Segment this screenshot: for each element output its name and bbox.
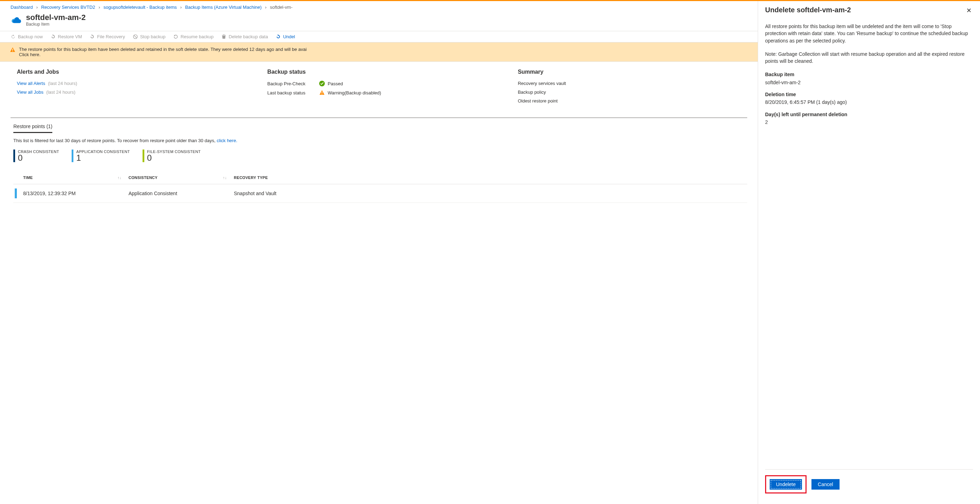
undelete-panel: Undelete softdel-vm-am-2 ✕ All restore p…: [758, 1, 980, 504]
deletion-time-label: Deletion time: [765, 91, 973, 98]
backup-status-title: Backup status: [267, 69, 496, 75]
sort-icon[interactable]: ↑↓: [117, 175, 129, 180]
column-time[interactable]: TIME: [23, 175, 33, 180]
row-consistency-indicator: [15, 188, 17, 198]
svg-rect-2: [12, 49, 13, 51]
breadcrumb-dashboard[interactable]: Dashboard: [11, 5, 33, 10]
alerts-jobs-section: Alerts and Jobs View all Alerts (last 24…: [17, 69, 246, 107]
stop-backup-button: Stop backup: [133, 34, 165, 39]
column-consistency[interactable]: CONSISTENCY: [129, 175, 158, 180]
last-backup-value: Warning(Backup disabled): [328, 90, 381, 95]
crash-consistent-counter: CRASH CONSISTENT 0: [13, 149, 59, 162]
panel-description-2: Note: Garbage Collection will start with…: [765, 51, 973, 65]
banner-link[interactable]: Click here.: [19, 52, 40, 57]
row-recovery: Snapshot and Vault: [234, 191, 745, 196]
sort-icon[interactable]: ↑↓: [223, 175, 234, 180]
alerts-jobs-title: Alerts and Jobs: [17, 69, 246, 75]
precheck-label: Backup Pre-Check: [267, 81, 317, 86]
soft-delete-warning-banner: The restore points for this backup item …: [0, 43, 758, 62]
page-subtitle: Backup Item: [26, 22, 86, 27]
resume-backup-button: Resume backup: [173, 34, 213, 39]
summary-vault-label: Recovery services vault: [518, 81, 566, 86]
toolbar: Backup now Restore VM File Recovery Stop…: [0, 31, 758, 43]
summary-title: Summary: [518, 69, 747, 75]
breadcrumb-backup-items[interactable]: Backup Items (Azure Virtual Machine): [185, 5, 262, 10]
backup-item-label: Backup item: [765, 71, 973, 78]
cancel-button[interactable]: Cancel: [811, 479, 840, 490]
row-consistency: Application Consistent: [129, 191, 234, 196]
banner-text: The restore points for this backup item …: [19, 47, 307, 52]
column-recovery[interactable]: RECOVERY TYPE: [234, 175, 268, 180]
days-left-value: 2: [765, 119, 973, 126]
warning-triangle-icon: [319, 90, 325, 95]
warning-icon: [10, 47, 16, 52]
backup-status-section: Backup status Backup Pre-Check Passed La…: [267, 69, 496, 107]
backup-now-button: Backup now: [11, 34, 43, 39]
summary-section: Summary Recovery services vault Backup p…: [518, 69, 747, 107]
breadcrumb-current: softdel-vm-: [270, 5, 293, 10]
restore-points-table: TIME↑↓ CONSISTENCY↑↓ RECOVERY TYPE 8/13/…: [13, 171, 747, 203]
view-all-jobs-link[interactable]: View all Jobs: [17, 89, 43, 95]
table-row[interactable]: 8/13/2019, 12:39:32 PM Application Consi…: [13, 184, 747, 203]
restore-vm-button: Restore VM: [51, 34, 82, 39]
jobs-timeframe: (last 24 hours): [46, 89, 75, 95]
undelete-highlight: Undelete: [765, 475, 807, 493]
undelete-button[interactable]: Undel: [276, 34, 295, 39]
page-header: softdel-vm-am-2 Backup Item: [0, 12, 758, 31]
deletion-time-value: 8/20/2019, 6:45:57 PM (1 day(s) ago): [765, 99, 973, 106]
svg-rect-3: [12, 51, 13, 52]
file-system-consistent-counter: FILE-SYSTEM CONSISTENT 0: [143, 149, 201, 162]
summary-oldest-label: Oldest restore point: [518, 98, 558, 103]
undelete-confirm-button[interactable]: Undelete: [770, 479, 802, 490]
breadcrumb: Dashboard › Recovery Services BVTD2 › so…: [0, 1, 758, 12]
svg-rect-4: [322, 92, 323, 93]
svg-line-1: [134, 35, 137, 38]
view-all-alerts-link[interactable]: View all Alerts: [17, 81, 45, 86]
filter-click-here-link[interactable]: click here.: [216, 138, 237, 143]
filter-description: This list is filtered for last 30 days o…: [0, 133, 758, 149]
row-time: 8/13/2019, 12:39:32 PM: [23, 191, 129, 196]
svg-rect-5: [322, 94, 323, 94]
application-consistent-counter: APPLICATION CONSISTENT 1: [72, 149, 130, 162]
file-recovery-button: File Recovery: [89, 34, 125, 39]
tab-restore-points[interactable]: Restore points (1): [13, 124, 52, 133]
backup-item-icon: [10, 14, 22, 26]
panel-description-1: All restore points for this backup item …: [765, 23, 973, 44]
page-title: softdel-vm-am-2: [26, 13, 86, 22]
last-backup-label: Last backup status: [267, 90, 317, 95]
panel-title: Undelete softdel-vm-am-2: [765, 6, 851, 14]
days-left-label: Day(s) left until permanent deletion: [765, 111, 973, 118]
delete-backup-data-button: Delete backup data: [221, 34, 268, 39]
summary-policy-label: Backup policy: [518, 89, 546, 95]
backup-item-value: softdel-vm-am-2: [765, 79, 973, 86]
precheck-value: Passed: [328, 81, 343, 86]
close-icon[interactable]: ✕: [965, 6, 973, 15]
breadcrumb-vault[interactable]: sogupsoftdeletevault - Backup items: [103, 5, 177, 10]
main-pane: Dashboard › Recovery Services BVTD2 › so…: [0, 1, 758, 504]
pass-check-icon: [319, 81, 325, 86]
alerts-timeframe: (last 24 hours): [48, 81, 77, 86]
breadcrumb-recovery-services[interactable]: Recovery Services BVTD2: [41, 5, 95, 10]
